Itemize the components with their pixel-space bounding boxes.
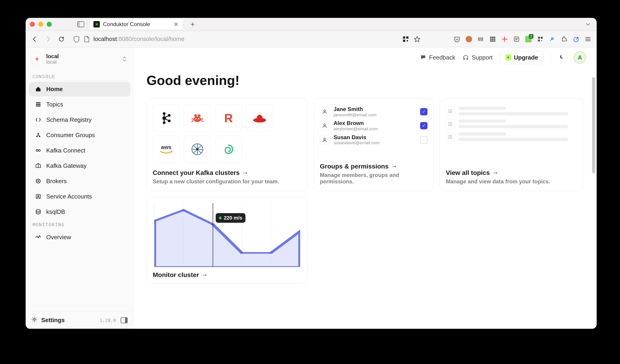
sidebar-item-brokers[interactable]: Brokers	[29, 174, 130, 188]
svg-rect-66	[450, 125, 452, 126]
card-connect-clusters[interactable]: R aws Connect your Kafka clusters →	[147, 98, 308, 191]
sidebar-item-overview[interactable]: Overview	[29, 230, 130, 244]
sidebar-item-service-accounts[interactable]: Service Accounts	[29, 189, 130, 204]
wrench-icon[interactable]	[549, 35, 556, 43]
schema-icon	[35, 116, 42, 123]
browser-tab[interactable]: ✕ Conduktor Console	[90, 19, 183, 30]
svg-rect-3	[406, 36, 408, 39]
svg-rect-8	[494, 37, 495, 38]
pocket-icon[interactable]	[453, 35, 461, 43]
extension-row: 2	[453, 35, 592, 43]
puzzle-icon[interactable]	[560, 35, 568, 43]
new-tab-button[interactable]: +	[188, 20, 197, 28]
svg-rect-22	[36, 102, 41, 103]
gear-icon	[31, 316, 38, 324]
grid-icon[interactable]	[489, 35, 496, 43]
user-checkbox[interactable]: ✓	[420, 108, 427, 115]
list-icon	[446, 132, 455, 141]
green-app-icon[interactable]: 2	[525, 35, 532, 43]
maximize-window-button[interactable]	[47, 22, 52, 27]
svg-point-35	[33, 318, 35, 320]
bolt-icon	[505, 55, 511, 61]
svg-point-40	[163, 121, 166, 124]
tab-title: Conduktor Console	[103, 21, 170, 28]
sidebar-item-home[interactable]: Home	[29, 82, 130, 96]
menu-icon[interactable]	[584, 35, 592, 43]
user-icon	[320, 121, 329, 131]
svg-rect-9	[490, 38, 492, 40]
sidebar-toggle-icon[interactable]	[77, 21, 85, 28]
sidebar-item-consumer-groups[interactable]: Consumer Groups	[29, 128, 130, 142]
qr-icon[interactable]	[402, 35, 409, 43]
svg-rect-2	[403, 36, 405, 39]
back-button[interactable]	[31, 35, 39, 43]
sidebar-item-schema-registry[interactable]: Schema Registry	[29, 113, 130, 127]
connect-icon	[35, 147, 42, 154]
scrollbar[interactable]	[592, 77, 595, 326]
card-monitor-cluster[interactable]: 220 m/s Monitor cluster →	[147, 197, 308, 283]
cluster-picker[interactable]: local local	[30, 52, 129, 66]
shield-icon[interactable]	[73, 36, 80, 42]
profile-avatar-icon[interactable]	[465, 35, 473, 43]
svg-point-63	[449, 124, 450, 124]
card-view-topics[interactable]: View all topics → Manage and view data f…	[440, 98, 584, 191]
minimize-window-button[interactable]	[38, 22, 43, 27]
svg-rect-7	[492, 37, 493, 38]
svg-rect-62	[450, 122, 452, 123]
scrollbar-thumb[interactable]	[592, 77, 595, 173]
cluster-name: local	[46, 53, 117, 59]
forward-button[interactable]	[44, 35, 52, 43]
theme-toggle-button[interactable]	[558, 53, 566, 61]
tooltip-value: 220 m/s	[224, 215, 242, 221]
url-host: localhost	[93, 35, 117, 42]
sidebar-item-settings[interactable]: Settings	[31, 316, 65, 324]
sidebar-item-kafka-gateway[interactable]: Kafka Gateway	[29, 159, 130, 173]
upgrade-button[interactable]: Upgrade	[500, 51, 543, 64]
speed-icon[interactable]	[572, 35, 580, 43]
svg-rect-16	[538, 37, 540, 39]
feedback-link[interactable]: Feedback	[420, 54, 455, 61]
plus-medical-icon[interactable]	[501, 35, 508, 43]
svg-rect-56	[450, 110, 452, 110]
svg-rect-24	[36, 106, 41, 106]
svg-point-74	[182, 209, 186, 211]
sidebar-item-kafka-connect[interactable]: Kafka Connect	[29, 143, 130, 158]
user-name: Jane Smith	[334, 106, 416, 112]
svg-point-42	[168, 120, 170, 122]
user-checkbox[interactable]	[420, 136, 427, 144]
reload-button[interactable]	[57, 35, 65, 43]
bookmark-star-icon[interactable]	[414, 35, 421, 43]
close-window-button[interactable]	[30, 22, 35, 27]
sidebar-item-label: Brokers	[46, 178, 67, 185]
sidebar-item-topics[interactable]: Topics	[29, 97, 130, 112]
page-title: Good evening!	[147, 73, 584, 88]
apps-icon[interactable]	[537, 35, 544, 43]
card-groups-permissions[interactable]: Jane Smith janesmith@email.com ✓ Alex Br…	[314, 98, 434, 191]
support-link[interactable]: Support	[463, 54, 493, 61]
user-avatar[interactable]: A	[574, 51, 586, 64]
svg-point-27	[38, 133, 39, 134]
chart-cursor	[213, 203, 213, 267]
spiral-logo-icon	[215, 136, 242, 163]
svg-point-38	[163, 112, 166, 115]
sidebar: local local CONSOLE Home Topics	[26, 47, 134, 329]
sidebar-item-label: Schema Registry	[46, 116, 92, 123]
user-checkbox[interactable]: ✓	[420, 122, 427, 129]
collapse-sidebar-button[interactable]	[120, 316, 128, 324]
svg-point-41	[168, 114, 170, 117]
svg-rect-6	[490, 37, 492, 38]
svg-rect-70	[450, 137, 452, 137]
site-info-icon[interactable]	[83, 36, 90, 42]
svg-rect-11	[494, 38, 495, 40]
svg-point-57	[449, 111, 450, 112]
bars-icon[interactable]	[477, 35, 484, 43]
close-tab-button[interactable]	[173, 21, 179, 27]
urlbox[interactable]: localhost:8080/console/local/home	[71, 35, 397, 43]
tabs-overflow-button[interactable]	[583, 20, 592, 29]
svg-rect-17	[541, 37, 542, 39]
version-label: 1.28.0	[100, 318, 116, 323]
note-icon[interactable]	[513, 35, 520, 43]
home-icon	[35, 86, 42, 92]
svg-point-21	[577, 37, 579, 38]
sidebar-item-ksqldb[interactable]: ksqlDB	[29, 205, 130, 219]
